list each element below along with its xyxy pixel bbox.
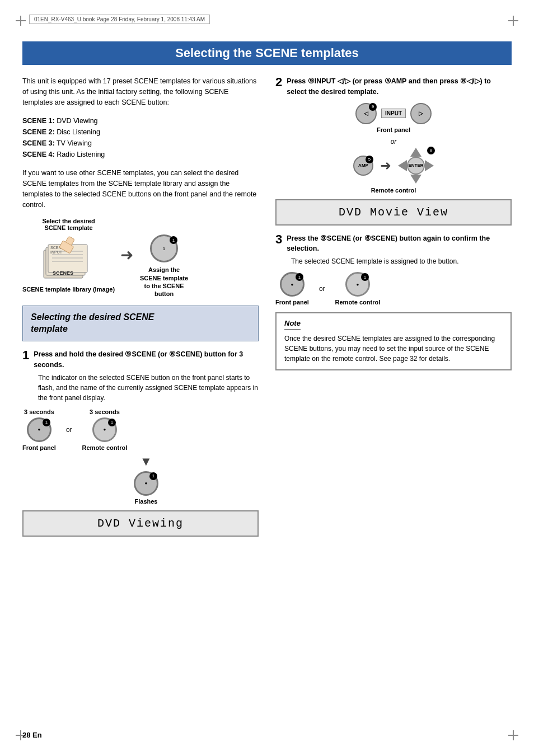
file-info: 01EN_RX-V463_U.book Page 28 Friday, Febr… (29, 15, 210, 24)
scene-library-svg: SCENE INPUT SCENES (38, 233, 100, 284)
step2-arrow-icon: ➜ (380, 158, 391, 173)
step-2-header: 2 Press ⑨INPUT ◁/▷ (or press ⑤AMP and th… (275, 76, 512, 97)
step-2: 2 Press ⑨INPUT ◁/▷ (or press ⑤AMP and th… (275, 76, 512, 226)
step2-input-left-knob: ◁ 9 (355, 103, 377, 124)
step1-front-label: Front panel (22, 444, 56, 451)
sub-heading-box: Selecting the desired SCENE template (22, 306, 259, 341)
step-1-header: 1 Press and hold the desired ⑨SCENE (or … (22, 349, 259, 370)
flashes-label: Flashes (135, 498, 158, 505)
scene-button-circle: 1 1 (150, 234, 178, 262)
step2-front-panel-area: ◁ 9 INPUT ▷ Front panel (275, 103, 512, 133)
step3-front-btn: ● 1 (280, 272, 305, 297)
crosshair-tl (16, 16, 26, 26)
enter-button: ENTER (407, 157, 425, 175)
note-box: Note Once the desired SCENE templates ar… (275, 312, 512, 370)
intro-text: This unit is equipped with 17 preset SCE… (22, 76, 259, 107)
step-1-body: The indicator on the selected SCENE butt… (22, 373, 259, 403)
step3-front-panel: ● 1 Front panel (275, 272, 309, 306)
step-3: 3 Press the ⑨SCENE (or ⑥SCENE) button ag… (275, 233, 512, 371)
step-2-num: 2 (275, 76, 282, 88)
scene-3: SCENE 3: TV Viewing (22, 138, 259, 149)
step3-remote-btn: ● 1 (345, 272, 370, 297)
scene-4: SCENE 4: Radio Listening (22, 149, 259, 160)
diagram-section: Select the desired SCENE template (22, 218, 259, 298)
assign-label: Assign the SCENE template to the SCENE b… (139, 266, 189, 298)
step1-seconds-label-2: 3 seconds (90, 408, 120, 415)
page-title: Selecting the SCENE templates (22, 41, 512, 65)
step-1-title: Press and hold the desired ⑨SCENE (or ⑥S… (34, 349, 259, 370)
down-arrow-icon: ▼ (140, 454, 152, 469)
select-template-label: Select the desired SCENE template (38, 218, 100, 231)
step2-remote-label: Remote control (371, 187, 416, 194)
svg-text:SCENES: SCENES (53, 270, 73, 276)
crosshair-tr (508, 16, 518, 26)
crosshair-br (508, 730, 518, 740)
scene-2: SCENE 2: Disc Listening (22, 126, 259, 138)
step3-remote-panel: ● 1 Remote control (335, 272, 381, 306)
step2-input-right-knob: ▷ (410, 103, 432, 124)
step1-remote-panel: 3 seconds ● 1 Remote control (82, 408, 128, 451)
scene-1-label: SCENE 1: (22, 117, 55, 125)
step2-panels: ◁ 9 INPUT ▷ Front panel or (275, 103, 512, 194)
arrow-icon: ➜ (120, 246, 133, 264)
scene-list: SCENE 1: DVD Viewing SCENE 2: Disc Liste… (22, 115, 259, 160)
step-3-num: 3 (275, 233, 282, 246)
library-label: SCENE template library (Image) (22, 286, 115, 293)
assign-section: 1 1 Assign the SCENE template to the SCE… (139, 234, 189, 298)
page-number: 28 En (22, 731, 42, 739)
flashing-btn: ● 1 (134, 471, 158, 496)
step1-or-1: or (66, 426, 72, 434)
step-1: 1 Press and hold the desired ⑨SCENE (or … (22, 349, 259, 537)
scene-1: SCENE 1: DVD Viewing (22, 115, 259, 126)
body-text: If you want to use other SCENE templates… (22, 168, 259, 210)
two-col-layout: This unit is equipped with 17 preset SCE… (22, 76, 512, 543)
scene-4-label: SCENE 4: (22, 151, 55, 158)
step2-remote-area: AMP 5 ➜ (275, 148, 512, 194)
right-column: 2 Press ⑨INPUT ◁/▷ (or press ⑤AMP and th… (275, 76, 512, 543)
num-badge: 1 (170, 236, 177, 244)
step1-front-btn: ● 1 (27, 417, 51, 442)
step3-or-text: or (319, 285, 325, 293)
step3-front-label: Front panel (275, 299, 309, 306)
page-container: 01EN_RX-V463_U.book Page 28 Friday, Febr… (0, 0, 534, 756)
lcd-display-step2: DVD Movie View (275, 199, 512, 226)
sub-heading-line1: Selecting the desired SCENE (31, 312, 250, 323)
step1-panels: 3 seconds ● 1 Front panel or 3 seconds ● (22, 408, 259, 451)
left-column: This unit is equipped with 17 preset SCE… (22, 76, 259, 543)
step1-front-panel: 3 seconds ● 1 Front panel (22, 408, 56, 451)
step-1-num: 1 (22, 349, 29, 361)
amp-button: AMP 5 (353, 156, 373, 176)
step-2-title: Press ⑨INPUT ◁/▷ (or press ⑤AMP and then… (287, 76, 512, 97)
sub-heading-line2: template (31, 323, 250, 335)
step1-remote-label: Remote control (82, 444, 128, 451)
scene-3-label: SCENE 3: (22, 139, 55, 147)
note-text: Once the desired SCENE templates are ass… (284, 334, 503, 364)
step3-panels: ● 1 Front panel or ● 1 Remote control (275, 272, 512, 306)
step2-remote-row: AMP 5 ➜ (353, 148, 434, 184)
step3-remote-label: Remote control (335, 299, 381, 306)
input-label: INPUT (381, 109, 406, 118)
scene-library-box: Select the desired SCENE template (22, 218, 115, 293)
lcd-display-step1: DVD Viewing (22, 510, 259, 537)
nav-cross: ENTER 8 (398, 148, 434, 184)
step-3-title: Press the ⑨SCENE (or ⑥SCENE) button agai… (287, 233, 512, 255)
step1-remote-btn: ● 1 (92, 417, 117, 442)
step2-or-text: or (275, 138, 512, 145)
step2-front-label: Front panel (377, 126, 410, 133)
svg-text:INPUT: INPUT (50, 250, 63, 254)
step1-seconds-label-1: 3 seconds (24, 408, 54, 415)
step-3-header: 3 Press the ⑨SCENE (or ⑥SCENE) button ag… (275, 233, 512, 255)
note-title: Note (284, 319, 301, 330)
scene-2-label: SCENE 2: (22, 128, 55, 136)
step2-input-row: ◁ 9 INPUT ▷ (355, 103, 432, 124)
step-3-body: The selected SCENE template is assigned … (275, 256, 512, 266)
flash-arrow-section: ▼ ● 1 Flashes (22, 454, 259, 505)
